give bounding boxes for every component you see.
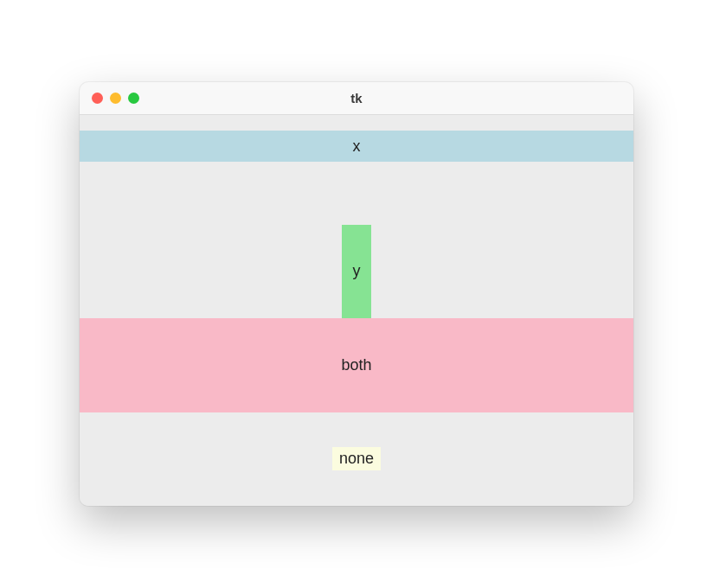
label-x: x (80, 131, 633, 162)
row-fill-none: none (80, 412, 633, 507)
row-fill-x: x (80, 115, 633, 225)
row-fill-y: y (80, 225, 633, 319)
window-content: x y both none (80, 115, 633, 506)
window-title: tk (80, 91, 633, 105)
row-fill-both: both (80, 318, 633, 412)
app-window: tk x y both none (80, 82, 633, 506)
titlebar: tk (80, 82, 633, 115)
label-y: y (342, 225, 371, 319)
minimize-icon[interactable] (110, 93, 121, 104)
label-both: both (80, 318, 633, 412)
label-none: none (332, 447, 381, 470)
close-icon[interactable] (92, 93, 103, 104)
window-controls (80, 93, 139, 104)
maximize-icon[interactable] (128, 93, 139, 104)
